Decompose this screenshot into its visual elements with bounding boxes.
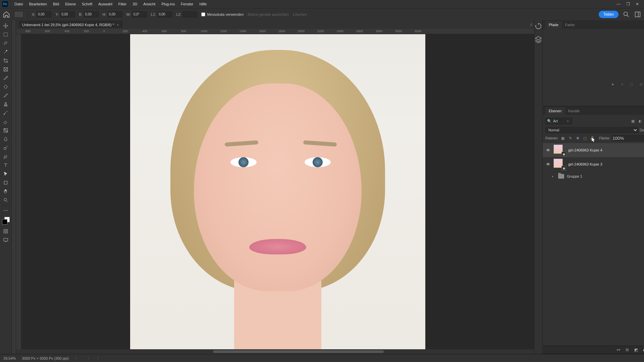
blur-tool-icon[interactable] xyxy=(1,135,10,143)
ruler-vertical[interactable] xyxy=(16,34,21,349)
canvas[interactable] xyxy=(21,34,534,349)
timeline-next-icon[interactable]: 〉 xyxy=(96,356,101,361)
layer-mask-icon[interactable]: ◩ xyxy=(633,347,639,353)
path-selection-icon[interactable]: ◌ xyxy=(629,81,635,87)
panel-collapse-icon[interactable]: ⟨⟨ xyxy=(529,23,534,26)
edit-toolbar-icon[interactable]: ⋯ xyxy=(1,206,10,215)
blend-mode-select[interactable]: Normal xyxy=(545,127,638,133)
tab-pfade[interactable]: Pfade xyxy=(545,21,562,29)
history-panel-icon[interactable] xyxy=(534,22,542,30)
hand-tool-icon[interactable] xyxy=(1,187,10,196)
lock-position-icon[interactable]: ✥ xyxy=(575,135,580,141)
opt-y-input[interactable] xyxy=(60,11,75,17)
layer-name[interactable]: girl-2406963 Kopie 4 xyxy=(568,148,602,152)
layer-group-item[interactable]: ▸ Gruppe 1 xyxy=(543,171,644,181)
share-button[interactable]: Teilen xyxy=(599,11,619,18)
frame-tool-icon[interactable] xyxy=(1,65,10,74)
menu-ansicht[interactable]: Ansicht xyxy=(140,1,158,7)
window-minimize-icon[interactable]: — xyxy=(614,1,623,7)
menu-auswahl[interactable]: Auswahl xyxy=(95,1,115,7)
crop-tool-icon[interactable] xyxy=(1,56,10,65)
opt-l2-input[interactable] xyxy=(182,11,197,17)
opt-w-input[interactable] xyxy=(132,11,147,17)
menu-datei[interactable]: Datei xyxy=(11,1,26,7)
menu-hilfe[interactable]: Hilfe xyxy=(196,1,210,7)
scrollbar-thumb[interactable] xyxy=(213,350,384,353)
menu-bearbeiten[interactable]: Bearbeiten xyxy=(26,1,50,7)
path-new-icon[interactable]: ◇ xyxy=(638,81,644,87)
horizontal-scrollbar[interactable] xyxy=(16,349,534,354)
path-select-tool-icon[interactable] xyxy=(1,170,10,178)
doc-info-readout[interactable]: 3000 Px × 5000 Px (300 ppi) xyxy=(22,356,69,360)
document-tab-close-icon[interactable]: × xyxy=(117,23,119,27)
path-fill-icon[interactable]: ● xyxy=(610,81,616,87)
opt-x-input[interactable] xyxy=(37,11,51,17)
ruler-horizontal[interactable]: 800 600 400 200 0 200 400 600 800 1000 1… xyxy=(16,29,534,34)
layer-group-name[interactable]: Gruppe 1 xyxy=(567,174,582,178)
lock-pixels-icon[interactable]: ✎ xyxy=(568,135,573,141)
search-icon[interactable] xyxy=(623,11,630,18)
timeline-prev-icon[interactable]: 〈 xyxy=(86,356,90,361)
filter-adjust-icon[interactable]: ◐ xyxy=(637,118,643,124)
shape-tool-icon[interactable] xyxy=(1,178,10,187)
opt-h-input[interactable] xyxy=(108,11,122,17)
menu-filter[interactable]: Filter xyxy=(115,1,129,7)
quickmask-icon[interactable] xyxy=(1,227,10,236)
path-stroke-icon[interactable]: ○ xyxy=(619,81,625,87)
pen-tool-icon[interactable] xyxy=(1,152,10,161)
document-tab[interactable]: Unbenannt-1 bei 29,5% (girl-2406963 Kopi… xyxy=(19,21,122,28)
opt-l1-input[interactable] xyxy=(157,11,172,17)
menu-schrift[interactable]: Schrift xyxy=(79,1,95,7)
adjustment-layer-icon[interactable]: ◐ xyxy=(642,347,644,353)
disclosure-icon[interactable]: ▸ xyxy=(552,175,555,178)
lock-all-icon[interactable]: 🔒 xyxy=(590,135,595,141)
layers-panel-icon[interactable] xyxy=(534,36,542,44)
menu-fenster[interactable]: Fenster xyxy=(178,1,196,7)
window-restore-icon[interactable]: ❐ xyxy=(623,1,633,7)
foreground-color-swatch[interactable] xyxy=(2,219,7,225)
move-tool-icon[interactable] xyxy=(1,21,10,30)
dodge-tool-icon[interactable] xyxy=(1,143,10,152)
menu-ebene[interactable]: Ebene xyxy=(62,1,79,7)
layer-item[interactable]: 👁 ▣ girl-2406963 Kopie 3 xyxy=(543,157,644,171)
layer-name[interactable]: girl-2406963 Kopie 3 xyxy=(568,162,602,166)
menu-bild[interactable]: Bild xyxy=(50,1,62,7)
eraser-tool-icon[interactable] xyxy=(1,117,10,126)
home-icon[interactable] xyxy=(3,11,10,18)
window-close-icon[interactable]: ✕ xyxy=(633,1,642,7)
lock-transparency-icon[interactable]: ▦ xyxy=(560,135,566,141)
lock-artboard-icon[interactable]: ▢ xyxy=(582,135,588,141)
visibility-toggle-icon[interactable]: 👁 xyxy=(545,147,551,153)
marquee-tool-icon[interactable] xyxy=(1,30,10,39)
workspace-icon[interactable] xyxy=(634,11,641,18)
zoom-tool-icon[interactable] xyxy=(1,196,10,204)
brush-tool-icon[interactable] xyxy=(1,91,10,100)
heal-tool-icon[interactable] xyxy=(1,82,10,91)
color-swatches[interactable] xyxy=(1,217,10,227)
tab-kanale[interactable]: Kanäle xyxy=(565,107,583,115)
type-tool-icon[interactable] xyxy=(1,161,10,170)
stamp-tool-icon[interactable] xyxy=(1,100,10,109)
link-layers-icon[interactable]: ⚯ xyxy=(616,347,621,353)
collapsed-panel-gutter[interactable] xyxy=(11,20,16,354)
menu-3d[interactable]: 3D xyxy=(129,1,140,7)
current-tool-indicator[interactable] xyxy=(14,11,23,18)
opt-b-input[interactable] xyxy=(84,11,99,17)
layer-fx-icon[interactable]: fx xyxy=(625,347,630,353)
menu-plugins[interactable]: Plug-ins xyxy=(158,1,178,7)
wand-tool-icon[interactable] xyxy=(1,48,10,56)
layer-item[interactable]: 👁 ▣ girl-2406963 Kopie 4 xyxy=(543,143,644,157)
layer-filter-kind[interactable]: 🔍 Art ▾ xyxy=(545,118,572,124)
zoom-readout[interactable]: 29,54% xyxy=(3,356,16,360)
tab-farbe[interactable]: Farbe xyxy=(562,21,578,29)
doc-info-menu-icon[interactable]: 〉 xyxy=(75,356,79,361)
lasso-tool-icon[interactable] xyxy=(1,39,10,48)
filter-pixel-icon[interactable]: ▦ xyxy=(630,118,636,124)
visibility-toggle-icon[interactable]: 👁 xyxy=(545,162,551,167)
screenmode-icon[interactable] xyxy=(1,236,10,244)
gradient-tool-icon[interactable] xyxy=(1,126,10,135)
eyedropper-tool-icon[interactable] xyxy=(1,74,10,82)
tab-ebenen[interactable]: Ebenen xyxy=(545,107,565,115)
opt-use-scale-checkbox[interactable] xyxy=(201,12,205,16)
fill-input[interactable] xyxy=(612,135,644,141)
